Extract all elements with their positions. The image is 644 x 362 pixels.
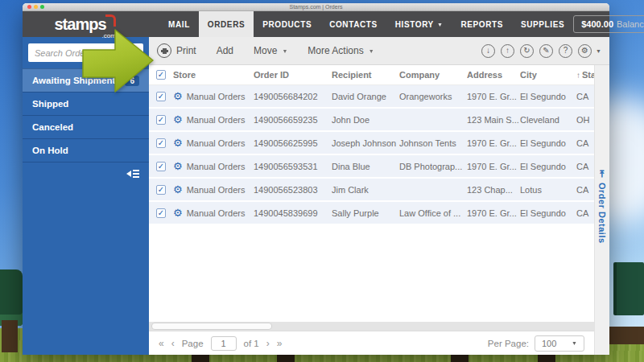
store-label: Manual Orders <box>187 92 246 101</box>
page-of-label: of 1 <box>244 339 259 348</box>
sidebar-item-label: Shipped <box>32 99 68 109</box>
more-actions-dropdown[interactable]: More Actions ▼ <box>308 45 374 56</box>
col-header-store[interactable]: Store <box>173 70 254 80</box>
col-header-address[interactable]: Address <box>467 70 520 80</box>
cell-order-id: 1490056659235 <box>254 115 332 125</box>
tab-history[interactable]: HISTORY▼ <box>386 11 452 37</box>
cell-city: El Segundo <box>520 138 576 148</box>
move-dropdown[interactable]: Move ▼ <box>254 45 287 56</box>
cell-city: El Segundo <box>520 208 576 218</box>
tab-mail[interactable]: MAIL <box>159 11 199 37</box>
prev-page-button[interactable]: ‹ <box>171 338 175 349</box>
orders-table: Store Order ID Recipient Company Address… <box>149 65 594 355</box>
col-header-state[interactable]: ↑Sta <box>576 70 594 80</box>
cell-state: CA <box>576 208 594 218</box>
tab-supplies[interactable]: SUPPLIES <box>512 11 573 37</box>
cell-company: Johnson Tents <box>399 138 467 148</box>
download-icon[interactable]: ↓ <box>481 44 495 58</box>
print-button[interactable]: Print <box>157 43 196 58</box>
manual-order-gear-icon[interactable]: ⚙ <box>173 184 183 195</box>
per-page-select[interactable]: 100 ▼ <box>535 335 584 352</box>
chevron-down-icon[interactable]: ▼ <box>596 48 601 54</box>
manual-order-gear-icon[interactable]: ⚙ <box>173 138 183 148</box>
col-header-company[interactable]: Company <box>399 70 467 80</box>
scrollbar-thumb[interactable] <box>151 323 272 330</box>
settings-icon[interactable]: ⚙ <box>578 44 592 58</box>
chevron-down-icon: ▼ <box>369 48 374 54</box>
green-bin-decor <box>613 262 644 315</box>
sidebar-filter-item[interactable]: On Hold <box>23 138 149 162</box>
first-page-button[interactable]: « <box>159 338 164 349</box>
balance-amount: $400.00 <box>581 19 613 29</box>
cell-store: ⚙ Manual Orders <box>173 91 254 101</box>
refresh-icon[interactable]: ↻ <box>520 44 534 58</box>
table-row[interactable]: ⚙ Manual Orders 1490056684202 David Oran… <box>149 85 594 109</box>
help-icon[interactable]: ? <box>559 44 572 58</box>
cell-order-id: 1490056684202 <box>254 92 332 101</box>
cell-store: ⚙ Manual Orders <box>173 114 254 125</box>
col-header-recipient[interactable]: Recipient <box>332 70 399 80</box>
table-row[interactable]: ⚙ Manual Orders 1490056625995 Joseph Joh… <box>149 132 594 155</box>
checkbox-icon <box>156 115 166 125</box>
page-label: Page <box>182 339 204 348</box>
row-checkbox[interactable] <box>149 138 173 148</box>
cell-state: CA <box>576 92 594 101</box>
cell-address: 1970 E. Gr... <box>467 162 520 171</box>
sidebar-filter-item[interactable]: Canceled <box>23 115 149 138</box>
manual-order-gear-icon[interactable]: ⚙ <box>173 208 183 218</box>
page-number-input[interactable] <box>211 336 237 351</box>
chevron-down-icon: ▼ <box>437 22 444 27</box>
manual-order-gear-icon[interactable]: ⚙ <box>173 114 183 125</box>
upload-icon[interactable]: ↑ <box>501 44 514 58</box>
cell-company: DB Photograp... <box>399 162 467 171</box>
cell-recipient: John Doe <box>332 115 399 125</box>
cell-city: El Segundo <box>520 92 576 101</box>
checkbox-icon <box>156 70 166 80</box>
cell-store: ⚙ Manual Orders <box>173 161 254 171</box>
tab-orders[interactable]: ORDERS <box>199 11 254 37</box>
manual-order-gear-icon[interactable]: ⚙ <box>173 91 183 101</box>
table-header-row: Store Order ID Recipient Company Address… <box>149 65 594 85</box>
add-button[interactable]: Add <box>217 45 233 56</box>
col-header-order-id[interactable]: Order ID <box>254 70 332 80</box>
tab-reports[interactable]: REPORTS <box>452 11 512 37</box>
logo-bracket-decor <box>105 14 116 27</box>
row-checkbox[interactable] <box>149 162 173 171</box>
checkbox-icon <box>156 138 166 148</box>
edit-icon[interactable]: ✎ <box>539 44 553 58</box>
manual-order-gear-icon[interactable]: ⚙ <box>173 161 183 171</box>
table-row[interactable]: ⚙ Manual Orders 1490056593531 Dina Blue … <box>149 155 594 179</box>
print-label: Print <box>176 45 196 56</box>
order-details-tab[interactable]: ⇤ Order Details <box>597 168 607 244</box>
table-row[interactable]: ⚙ Manual Orders 1490045839699 Sally Purp… <box>149 202 594 225</box>
horizontal-scrollbar[interactable] <box>149 322 594 331</box>
cell-store: ⚙ Manual Orders <box>173 208 254 218</box>
cell-state: OH <box>576 115 594 125</box>
chevron-down-icon: ▼ <box>572 340 577 346</box>
checkbox-icon <box>156 92 166 101</box>
mailbox-decor <box>0 269 23 326</box>
sidebar-item-label: On Hold <box>32 146 68 155</box>
order-details-label: Order Details <box>597 183 607 244</box>
table-row[interactable]: ⚙ Manual Orders 1490056523803 Jim Clark … <box>149 179 594 202</box>
move-label: Move <box>254 45 277 56</box>
collapse-sidebar-icon[interactable] <box>126 170 139 178</box>
col-header-city[interactable]: City <box>520 70 576 80</box>
chevron-down-icon: ▼ <box>282 48 287 54</box>
tab-products[interactable]: PRODUCTS <box>254 11 320 37</box>
balance-label: Balance <box>617 19 644 29</box>
cell-state: CA <box>576 185 594 195</box>
window-titlebar[interactable]: Stamps.com | Orders <box>23 3 609 11</box>
next-page-button[interactable]: › <box>266 338 270 349</box>
green-callout-arrow <box>80 27 157 98</box>
row-checkbox[interactable] <box>149 185 173 195</box>
tab-contacts[interactable]: CONTACTS <box>320 11 386 37</box>
table-row[interactable]: ⚙ Manual Orders 1490056659235 John Doe 1… <box>149 109 594 132</box>
row-checkbox[interactable] <box>149 115 173 125</box>
last-page-button[interactable]: » <box>277 338 283 349</box>
row-checkbox[interactable] <box>149 208 173 218</box>
sidebar-item-label: Canceled <box>32 122 73 132</box>
order-details-panel-collapsed: ⇤ Order Details <box>594 65 609 355</box>
cell-order-id: 1490056625995 <box>254 138 332 148</box>
balance-dropdown[interactable]: $400.00 Balance ▼ <box>573 15 644 33</box>
